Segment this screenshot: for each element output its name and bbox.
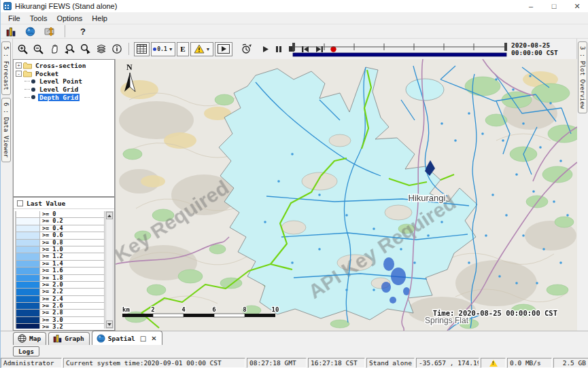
menu-item[interactable]: Options bbox=[52, 12, 87, 24]
legend-header: Last Value bbox=[14, 198, 114, 209]
tree-item[interactable]: + Cross-section bbox=[16, 62, 114, 70]
logs-row: Logs bbox=[1, 345, 588, 357]
svg-text:4: 4 bbox=[181, 306, 186, 313]
title-bar[interactable]: Hikurangi FEWS (Stand alone) – □ ✕ bbox=[1, 0, 588, 12]
toolbar-separator bbox=[65, 25, 65, 37]
svg-text:8: 8 bbox=[243, 306, 246, 313]
tree-item-label: Level Grid bbox=[38, 86, 80, 93]
status-warning[interactable] bbox=[481, 358, 506, 368]
status-system-time: Current system time:2020-09-01 00:00 CST bbox=[63, 358, 245, 368]
data-viewer-panel: + Cross-section - Pocket bbox=[13, 59, 115, 331]
forecast-chart-icon[interactable] bbox=[4, 24, 18, 39]
tab-data-viewer[interactable]: 6 : Data Viewer bbox=[1, 98, 11, 162]
legend-color-swatch bbox=[16, 324, 40, 329]
status-local-time: 16:27:18 CST bbox=[308, 358, 365, 368]
tab-maximize-icon[interactable]: □ bbox=[140, 335, 146, 342]
legend-color-swatch bbox=[16, 317, 40, 324]
parameter-bullet-icon bbox=[31, 88, 35, 92]
bar-chart-icon bbox=[53, 334, 62, 343]
help-button[interactable]: ? bbox=[80, 26, 86, 37]
spatial-map[interactable]: API Key Required API Key Required bbox=[115, 59, 576, 331]
pause-button[interactable] bbox=[275, 45, 282, 53]
point-size-dropdown[interactable]: 0.1 ▼ bbox=[151, 42, 175, 56]
svg-text:10: 10 bbox=[272, 306, 279, 313]
map-globe-icon[interactable] bbox=[23, 24, 37, 39]
animation-settings-icon[interactable] bbox=[239, 42, 254, 56]
wireframe-globe-icon bbox=[18, 334, 27, 343]
menu-item[interactable]: File bbox=[3, 12, 25, 24]
main-toolbar: ? bbox=[1, 24, 588, 39]
spatial-display-icon[interactable] bbox=[42, 24, 56, 39]
left-tab-strip: 5 : Forecast 6 : Data Viewer bbox=[1, 39, 13, 331]
legend-button-label: E bbox=[180, 45, 185, 53]
animation-display-button[interactable] bbox=[215, 42, 232, 56]
bottom-tab-bar: Map Graph Spatial □ ✕ bbox=[1, 331, 588, 345]
right-tab-strip: 3 : Plot Overview bbox=[576, 39, 588, 331]
status-memory: 2.5 GB bbox=[553, 358, 588, 368]
status-mode: Stand alone bbox=[366, 358, 415, 368]
timeline-start-handle bbox=[292, 43, 295, 51]
minimize-button[interactable]: – bbox=[519, 0, 542, 12]
thresholds-dropdown[interactable]: ▼ bbox=[190, 42, 213, 56]
tab-close-icon[interactable]: ✕ bbox=[151, 335, 156, 342]
legend-panel: Last Value >= 0 >= 0.2 bbox=[13, 197, 115, 331]
layers-icon[interactable] bbox=[94, 42, 108, 56]
tree-connector bbox=[24, 89, 30, 90]
legend-color-swatch bbox=[16, 303, 40, 310]
logs-button[interactable]: Logs bbox=[13, 346, 39, 356]
tree-item[interactable]: Level Point bbox=[16, 77, 114, 86]
point-size-value: 0.1 bbox=[157, 46, 167, 52]
svg-text:N: N bbox=[126, 62, 133, 72]
play-button[interactable] bbox=[262, 45, 269, 53]
tree-item[interactable]: Depth Grid bbox=[16, 93, 114, 101]
maximize-button[interactable]: □ bbox=[542, 0, 566, 12]
menu-item[interactable]: Help bbox=[87, 12, 112, 24]
tree-item-label: Level Point bbox=[38, 77, 84, 85]
tree-item[interactable]: Level Grid bbox=[16, 86, 114, 94]
legend-title: Last Value bbox=[27, 200, 65, 207]
scroll-down-icon[interactable] bbox=[106, 320, 113, 328]
warning-triangle-icon bbox=[489, 360, 498, 367]
last-value-checkbox[interactable] bbox=[17, 200, 23, 206]
info-icon[interactable] bbox=[109, 42, 124, 56]
tab-spatial-label: Spatial bbox=[108, 335, 135, 342]
timeline-end-handle bbox=[504, 43, 507, 51]
toolbar-separator bbox=[128, 43, 129, 55]
legend-color-swatch bbox=[16, 246, 40, 253]
status-bar: Administrator Current system time:2020-0… bbox=[1, 357, 588, 368]
tab-map[interactable]: Map bbox=[13, 332, 46, 345]
legend-row[interactable]: >= 0.6 bbox=[16, 232, 105, 239]
zoom-next-icon[interactable] bbox=[78, 42, 92, 56]
map-canvas[interactable]: API Key Required API Key Required bbox=[116, 59, 577, 331]
timeline-slider[interactable] bbox=[292, 41, 508, 57]
chevron-down-icon: ▼ bbox=[206, 47, 211, 52]
tab-plot-overview[interactable]: 3 : Plot Overview bbox=[578, 41, 587, 113]
grid-display-button[interactable] bbox=[134, 42, 150, 56]
zoom-in-icon[interactable] bbox=[16, 42, 30, 56]
tree-expander-icon[interactable]: + bbox=[16, 62, 22, 69]
tree-item[interactable]: - Pocket bbox=[16, 70, 114, 78]
legend-scrollbar[interactable] bbox=[105, 211, 114, 329]
close-button[interactable]: ✕ bbox=[566, 0, 588, 12]
point-icon bbox=[153, 48, 156, 51]
tab-spatial[interactable]: Spatial □ ✕ bbox=[92, 331, 162, 345]
legend-row[interactable]: >= 1.6 bbox=[16, 268, 105, 274]
legend-row[interactable]: >= 3.2 bbox=[16, 324, 105, 329]
tab-forecast[interactable]: 5 : Forecast bbox=[1, 41, 11, 95]
menu-bar: FileToolsOptionsHelp bbox=[1, 12, 588, 24]
zoom-out-icon[interactable] bbox=[31, 42, 46, 56]
legend-toggle-button[interactable]: E bbox=[177, 42, 189, 56]
folder-icon bbox=[23, 62, 32, 69]
menu-item[interactable]: Tools bbox=[25, 12, 52, 24]
zoom-previous-icon[interactable] bbox=[63, 42, 77, 56]
globe-icon bbox=[97, 334, 105, 343]
tab-graph[interactable]: Graph bbox=[48, 332, 90, 345]
svg-text:km: km bbox=[122, 306, 130, 313]
legend-color-swatch bbox=[16, 218, 40, 225]
pan-hand-icon[interactable] bbox=[47, 42, 61, 56]
scroll-up-icon[interactable] bbox=[106, 212, 113, 219]
tab-map-label: Map bbox=[29, 335, 41, 342]
legend-value-label: >= 3.2 bbox=[40, 324, 105, 329]
tree-expander-icon[interactable]: - bbox=[16, 71, 22, 77]
town-label: Hikurangi bbox=[409, 193, 446, 203]
